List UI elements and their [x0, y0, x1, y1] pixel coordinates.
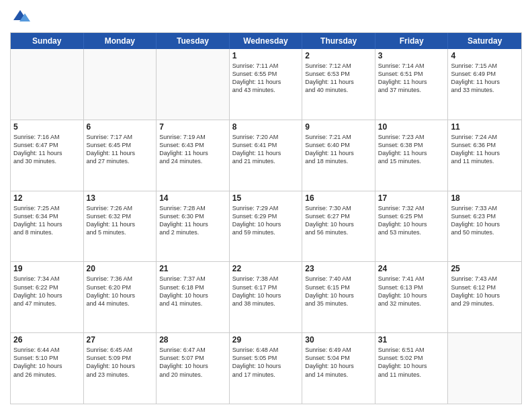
empty-cell-0-0	[11, 49, 84, 120]
day-number: 11	[451, 122, 519, 132]
week-row-5: 26Sunrise: 6:44 AM Sunset: 5:10 PM Dayli…	[11, 332, 521, 404]
day-info: Sunrise: 7:16 AM Sunset: 6:47 PM Dayligh…	[13, 133, 81, 166]
day-info: Sunrise: 7:11 AM Sunset: 6:55 PM Dayligh…	[232, 62, 300, 95]
day-info: Sunrise: 7:21 AM Sunset: 6:40 PM Dayligh…	[305, 133, 372, 166]
calendar-body: 1Sunrise: 7:11 AM Sunset: 6:55 PM Daylig…	[11, 49, 521, 404]
day-cell-8: 8Sunrise: 7:20 AM Sunset: 6:41 PM Daylig…	[230, 120, 303, 191]
header	[10, 7, 522, 27]
day-number: 27	[87, 335, 154, 345]
day-number: 10	[378, 122, 445, 132]
day-number: 7	[159, 122, 226, 132]
day-number: 2	[305, 51, 372, 60]
day-info: Sunrise: 7:23 AM Sunset: 6:38 PM Dayligh…	[378, 133, 445, 166]
page-container: SundayMondayTuesdayWednesdayThursdayFrid…	[0, 0, 532, 411]
day-number: 23	[305, 264, 372, 273]
day-number: 21	[159, 264, 226, 273]
day-info: Sunrise: 7:19 AM Sunset: 6:43 PM Dayligh…	[159, 133, 226, 166]
day-cell-16: 16Sunrise: 7:30 AM Sunset: 6:27 PM Dayli…	[302, 191, 375, 262]
day-number: 25	[451, 264, 519, 273]
day-cell-14: 14Sunrise: 7:28 AM Sunset: 6:30 PM Dayli…	[157, 191, 230, 262]
day-info: Sunrise: 7:43 AM Sunset: 6:12 PM Dayligh…	[451, 275, 519, 308]
day-info: Sunrise: 7:15 AM Sunset: 6:49 PM Dayligh…	[451, 62, 519, 95]
day-info: Sunrise: 7:25 AM Sunset: 6:34 PM Dayligh…	[13, 204, 81, 237]
empty-cell-0-1	[84, 49, 157, 120]
day-info: Sunrise: 6:47 AM Sunset: 5:07 PM Dayligh…	[159, 346, 226, 379]
header-day-sunday: Sunday	[11, 33, 84, 49]
day-number: 16	[305, 193, 372, 203]
day-cell-7: 7Sunrise: 7:19 AM Sunset: 6:43 PM Daylig…	[157, 120, 230, 191]
day-cell-31: 31Sunrise: 6:51 AM Sunset: 5:02 PM Dayli…	[375, 333, 449, 404]
day-info: Sunrise: 7:40 AM Sunset: 6:15 PM Dayligh…	[305, 275, 372, 308]
week-row-3: 12Sunrise: 7:25 AM Sunset: 6:34 PM Dayli…	[11, 191, 521, 262]
day-cell-11: 11Sunrise: 7:24 AM Sunset: 6:36 PM Dayli…	[448, 120, 521, 191]
day-cell-25: 25Sunrise: 7:43 AM Sunset: 6:12 PM Dayli…	[448, 262, 521, 332]
day-cell-21: 21Sunrise: 7:37 AM Sunset: 6:18 PM Dayli…	[157, 262, 230, 332]
day-number: 5	[13, 122, 81, 132]
day-cell-26: 26Sunrise: 6:44 AM Sunset: 5:10 PM Dayli…	[11, 333, 84, 404]
day-info: Sunrise: 7:38 AM Sunset: 6:17 PM Dayligh…	[232, 275, 300, 308]
header-day-monday: Monday	[84, 33, 157, 49]
day-info: Sunrise: 7:12 AM Sunset: 6:53 PM Dayligh…	[305, 62, 372, 95]
day-info: Sunrise: 7:28 AM Sunset: 6:30 PM Dayligh…	[159, 204, 226, 237]
calendar: SundayMondayTuesdayWednesdayThursdayFrid…	[10, 32, 522, 404]
header-day-thursday: Thursday	[302, 33, 375, 49]
header-day-saturday: Saturday	[448, 33, 521, 49]
day-cell-9: 9Sunrise: 7:21 AM Sunset: 6:40 PM Daylig…	[302, 120, 375, 191]
day-cell-20: 20Sunrise: 7:36 AM Sunset: 6:20 PM Dayli…	[84, 262, 157, 332]
day-info: Sunrise: 6:44 AM Sunset: 5:10 PM Dayligh…	[13, 346, 81, 379]
day-number: 30	[305, 335, 372, 345]
day-cell-19: 19Sunrise: 7:34 AM Sunset: 6:22 PM Dayli…	[11, 262, 84, 332]
day-info: Sunrise: 7:24 AM Sunset: 6:36 PM Dayligh…	[451, 133, 519, 166]
day-cell-23: 23Sunrise: 7:40 AM Sunset: 6:15 PM Dayli…	[302, 262, 375, 332]
day-number: 20	[87, 264, 154, 273]
day-cell-5: 5Sunrise: 7:16 AM Sunset: 6:47 PM Daylig…	[11, 120, 84, 191]
week-row-2: 5Sunrise: 7:16 AM Sunset: 6:47 PM Daylig…	[11, 120, 521, 191]
day-cell-27: 27Sunrise: 6:45 AM Sunset: 5:09 PM Dayli…	[84, 333, 157, 404]
header-day-friday: Friday	[375, 33, 449, 49]
logo-icon	[10, 7, 30, 27]
day-cell-29: 29Sunrise: 6:48 AM Sunset: 5:05 PM Dayli…	[230, 333, 303, 404]
day-cell-22: 22Sunrise: 7:38 AM Sunset: 6:17 PM Dayli…	[230, 262, 303, 332]
week-row-1: 1Sunrise: 7:11 AM Sunset: 6:55 PM Daylig…	[11, 49, 521, 120]
day-info: Sunrise: 6:48 AM Sunset: 5:05 PM Dayligh…	[232, 346, 300, 379]
week-row-4: 19Sunrise: 7:34 AM Sunset: 6:22 PM Dayli…	[11, 261, 521, 332]
day-number: 28	[159, 335, 226, 345]
day-cell-6: 6Sunrise: 7:17 AM Sunset: 6:45 PM Daylig…	[84, 120, 157, 191]
day-info: Sunrise: 6:49 AM Sunset: 5:04 PM Dayligh…	[305, 346, 372, 379]
day-number: 3	[378, 51, 445, 60]
day-number: 13	[87, 193, 154, 203]
day-info: Sunrise: 7:37 AM Sunset: 6:18 PM Dayligh…	[159, 275, 226, 308]
day-cell-28: 28Sunrise: 6:47 AM Sunset: 5:07 PM Dayli…	[157, 333, 230, 404]
day-info: Sunrise: 7:36 AM Sunset: 6:20 PM Dayligh…	[87, 275, 154, 308]
day-info: Sunrise: 7:20 AM Sunset: 6:41 PM Dayligh…	[232, 133, 300, 166]
day-cell-10: 10Sunrise: 7:23 AM Sunset: 6:38 PM Dayli…	[375, 120, 449, 191]
empty-cell-4-6	[448, 333, 521, 404]
day-number: 19	[13, 264, 81, 273]
day-number: 1	[232, 51, 300, 60]
day-cell-13: 13Sunrise: 7:26 AM Sunset: 6:32 PM Dayli…	[84, 191, 157, 262]
empty-cell-0-2	[157, 49, 230, 120]
day-number: 8	[232, 122, 300, 132]
day-number: 18	[451, 193, 519, 203]
day-info: Sunrise: 7:32 AM Sunset: 6:25 PM Dayligh…	[378, 204, 445, 237]
day-cell-18: 18Sunrise: 7:33 AM Sunset: 6:23 PM Dayli…	[448, 191, 521, 262]
day-number: 17	[378, 193, 445, 203]
day-info: Sunrise: 7:14 AM Sunset: 6:51 PM Dayligh…	[378, 62, 445, 95]
day-number: 12	[13, 193, 81, 203]
day-number: 15	[232, 193, 300, 203]
day-info: Sunrise: 7:29 AM Sunset: 6:29 PM Dayligh…	[232, 204, 300, 237]
day-info: Sunrise: 7:26 AM Sunset: 6:32 PM Dayligh…	[87, 204, 154, 237]
logo	[10, 7, 33, 27]
day-info: Sunrise: 7:41 AM Sunset: 6:13 PM Dayligh…	[378, 275, 445, 308]
day-cell-2: 2Sunrise: 7:12 AM Sunset: 6:53 PM Daylig…	[302, 49, 375, 120]
day-number: 31	[378, 335, 445, 345]
day-cell-17: 17Sunrise: 7:32 AM Sunset: 6:25 PM Dayli…	[375, 191, 449, 262]
day-cell-12: 12Sunrise: 7:25 AM Sunset: 6:34 PM Dayli…	[11, 191, 84, 262]
day-cell-30: 30Sunrise: 6:49 AM Sunset: 5:04 PM Dayli…	[302, 333, 375, 404]
day-cell-3: 3Sunrise: 7:14 AM Sunset: 6:51 PM Daylig…	[375, 49, 449, 120]
day-info: Sunrise: 7:33 AM Sunset: 6:23 PM Dayligh…	[451, 204, 519, 237]
day-number: 9	[305, 122, 372, 132]
header-day-tuesday: Tuesday	[157, 33, 230, 49]
day-number: 14	[159, 193, 226, 203]
day-cell-15: 15Sunrise: 7:29 AM Sunset: 6:29 PM Dayli…	[230, 191, 303, 262]
